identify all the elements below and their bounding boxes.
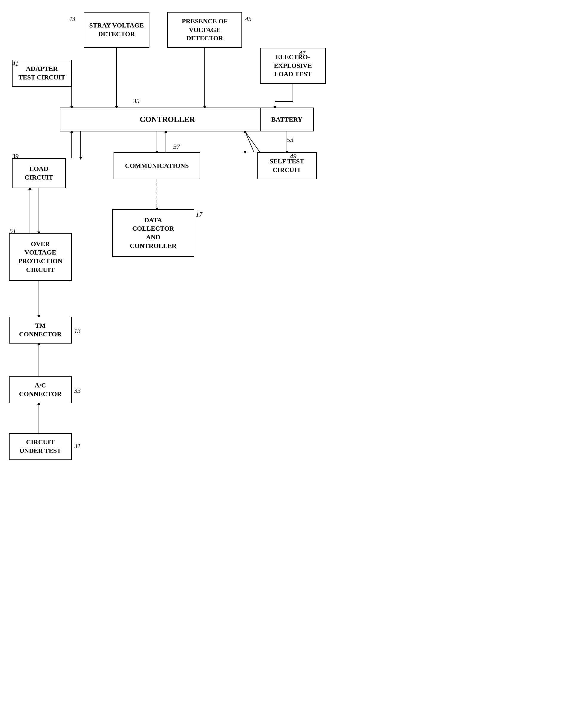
load-circuit-box: LOADCIRCUIT: [12, 158, 66, 188]
ac-connector-box: A/CCONNECTOR: [9, 376, 72, 403]
svg-marker-21: [243, 151, 246, 154]
ref-31: 31: [74, 442, 81, 450]
ref-37: 37: [173, 143, 180, 151]
ref-45: 45: [245, 15, 251, 23]
data-collector-box: DATACOLLECTORANDCONTROLLER: [112, 209, 194, 257]
ref-49: 49: [290, 152, 297, 160]
svg-line-20: [245, 131, 260, 152]
controller-box: CONTROLLER: [60, 108, 275, 131]
ref-35: 35: [133, 97, 139, 105]
ref-41: 41: [12, 60, 19, 68]
stray-voltage-box: STRAY VOLTAGE DETECTOR: [84, 12, 149, 48]
svg-line-22: [245, 131, 254, 152]
over-voltage-box: OVERVOLTAGEPROTECTIONCIRCUIT: [9, 233, 72, 281]
ref-13: 13: [74, 327, 81, 335]
electro-explosive-box: ELECTRO-EXPLOSIVELOAD TEST: [260, 48, 326, 84]
ref-51: 51: [10, 227, 16, 235]
ref-39: 39: [12, 152, 19, 160]
diagram-container: STRAY VOLTAGE DETECTOR 43 PRESENCE OFVOL…: [0, 0, 569, 728]
ref-47: 47: [299, 49, 306, 57]
battery-box: BATTERY: [260, 108, 314, 131]
communications-box: COMMUNICATIONS: [113, 152, 200, 179]
circuit-under-test-box: CIRCUITUNDER TEST: [9, 433, 72, 460]
adapter-test-box: ADAPTERTEST CIRCUIT: [12, 60, 72, 87]
tm-connector-box: TMCONNECTOR: [9, 317, 72, 344]
presence-voltage-box: PRESENCE OFVOLTAGEDETECTOR: [167, 12, 242, 48]
svg-marker-13: [79, 157, 82, 160]
ref-53: 53: [287, 136, 294, 144]
self-test-box: SELF TESTCIRCUIT: [257, 152, 317, 179]
ref-33: 33: [74, 387, 81, 395]
ref-17: 17: [196, 211, 202, 218]
ref-43: 43: [69, 15, 75, 23]
